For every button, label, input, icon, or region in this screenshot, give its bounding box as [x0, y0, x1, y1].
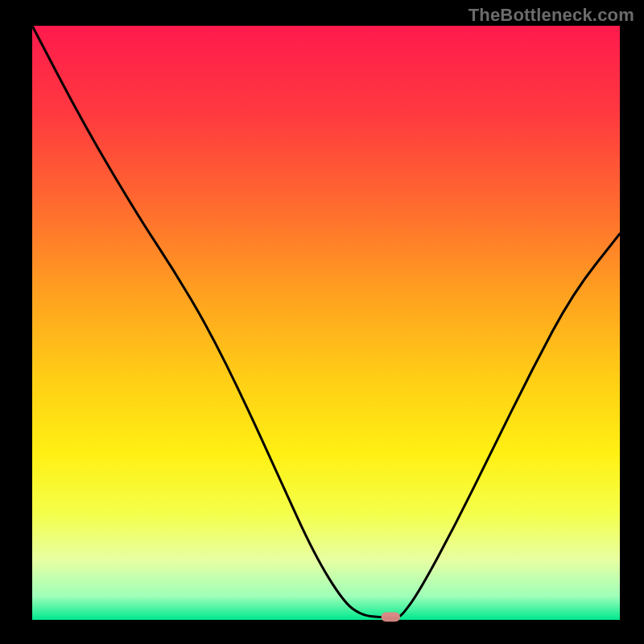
chart-svg — [0, 0, 644, 644]
bottleneck-chart: TheBottleneck.com — [0, 0, 644, 644]
watermark-text: TheBottleneck.com — [469, 5, 634, 26]
chart-plot-area — [32, 26, 620, 620]
optimum-marker-shade — [382, 617, 398, 621]
